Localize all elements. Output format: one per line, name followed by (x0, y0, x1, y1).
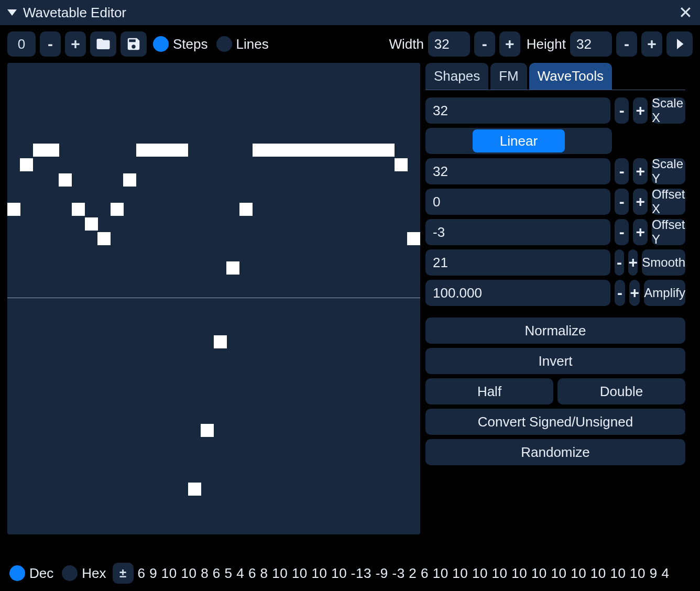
step-block (304, 144, 317, 157)
lines-radio[interactable]: Lines (214, 36, 271, 52)
step-block (368, 144, 381, 157)
scale-y-plus-button[interactable]: + (633, 158, 647, 184)
step-block (356, 144, 369, 157)
offset-y-action[interactable]: Offset Y (652, 219, 685, 245)
offset-x-input[interactable] (425, 189, 610, 215)
open-button[interactable] (90, 31, 116, 57)
step-block (407, 232, 420, 245)
width-input[interactable] (428, 31, 470, 57)
step-block (97, 232, 111, 245)
step-block (278, 144, 291, 157)
radio-dot-icon (62, 565, 78, 581)
amplify-input[interactable] (425, 280, 610, 306)
save-button[interactable] (121, 31, 147, 57)
step-block (201, 424, 214, 437)
height-plus-button[interactable]: + (641, 31, 662, 57)
interpolation-linear-segment: Linear (473, 129, 565, 152)
dec-radio-label: Dec (29, 565, 53, 582)
width-minus-button[interactable]: - (474, 31, 495, 57)
step-block (175, 144, 188, 157)
step-block (291, 144, 304, 157)
scale-x-action[interactable]: Scale X (652, 97, 685, 124)
step-block (72, 203, 85, 216)
offset-y-plus-button[interactable]: + (633, 219, 647, 245)
step-block (20, 158, 33, 171)
convert-signed-button[interactable]: Convert Signed/Unsigned (425, 409, 685, 435)
height-label: Height (527, 36, 566, 52)
normalize-button[interactable]: Normalize (425, 318, 685, 344)
offset-y-minus-button[interactable]: - (615, 219, 629, 245)
step-block (265, 144, 278, 157)
chevron-right-icon (672, 36, 687, 52)
step-block (330, 144, 343, 157)
hex-radio-label: Hex (82, 565, 106, 582)
step-block (317, 144, 330, 157)
scale-x-minus-button[interactable]: - (615, 97, 629, 124)
step-block (136, 144, 149, 157)
waveform-canvas[interactable] (7, 63, 420, 534)
values-strip[interactable]: 6 9 10 10 8 6 5 4 6 8 10 10 10 10 -13 -9… (138, 565, 670, 582)
step-block (226, 261, 239, 275)
hex-radio[interactable]: Hex (60, 565, 108, 582)
collapse-icon[interactable] (7, 9, 17, 16)
lines-radio-label: Lines (236, 36, 269, 52)
offset-x-plus-button[interactable]: + (633, 189, 647, 215)
step-block (149, 144, 162, 157)
half-button[interactable]: Half (425, 378, 553, 404)
scale-y-minus-button[interactable]: - (615, 158, 629, 184)
amplify-plus-button[interactable]: + (629, 280, 640, 306)
smooth-action[interactable]: Smooth (642, 249, 685, 276)
step-block (33, 144, 46, 157)
bottom-bar: Dec Hex ± 6 9 10 10 8 6 5 4 6 8 10 10 10… (0, 559, 700, 591)
scale-y-action[interactable]: Scale Y (652, 158, 685, 184)
invert-button[interactable]: Invert (425, 348, 685, 374)
height-minus-button[interactable]: - (616, 31, 637, 57)
amplify-minus-button[interactable]: - (615, 280, 625, 306)
step-block (343, 144, 356, 157)
tab-shapes[interactable]: Shapes (425, 63, 488, 90)
smooth-plus-button[interactable]: + (628, 249, 638, 276)
sign-toggle-button[interactable]: ± (113, 563, 134, 584)
interpolation-toggle[interactable]: Linear (425, 128, 612, 154)
step-block (7, 203, 20, 216)
save-icon (126, 36, 141, 52)
width-label: Width (389, 36, 423, 52)
step-block (214, 335, 227, 348)
double-button[interactable]: Double (557, 378, 685, 404)
scale-x-input[interactable] (425, 97, 610, 124)
height-input[interactable] (570, 31, 612, 57)
steps-radio[interactable]: Steps (151, 36, 210, 52)
step-block (395, 158, 408, 171)
step-block (188, 483, 201, 496)
close-icon[interactable]: ✕ (679, 4, 693, 21)
folder-open-icon (95, 36, 111, 52)
wave-index-field[interactable]: 0 (7, 31, 36, 57)
steps-radio-label: Steps (173, 36, 208, 52)
scale-x-plus-button[interactable]: + (633, 97, 647, 124)
scale-y-input[interactable] (425, 158, 610, 184)
step-block (162, 144, 175, 157)
dec-radio[interactable]: Dec (7, 565, 56, 582)
offset-x-minus-button[interactable]: - (615, 189, 629, 215)
top-toolbar: 0 - + Steps Lines Width - + Height - + (0, 25, 700, 63)
tab-fm[interactable]: FM (490, 63, 527, 90)
step-block (253, 144, 266, 157)
smooth-minus-button[interactable]: - (615, 249, 624, 276)
amplify-action[interactable]: Amplify (644, 280, 685, 306)
radio-dot-icon (216, 36, 232, 52)
offset-x-action[interactable]: Offset X (652, 189, 685, 215)
step-block (111, 203, 124, 216)
index-plus-button[interactable]: + (65, 31, 86, 57)
index-minus-button[interactable]: - (40, 31, 61, 57)
step-block (59, 173, 72, 187)
next-button[interactable] (666, 31, 693, 57)
tab-wavetools[interactable]: WaveTools (529, 63, 612, 90)
center-line (7, 298, 420, 298)
offset-y-input[interactable] (425, 219, 610, 245)
radio-dot-icon (153, 36, 169, 52)
smooth-input[interactable] (425, 249, 610, 276)
randomize-button[interactable]: Randomize (425, 439, 685, 465)
window-title: Wavetable Editor (23, 5, 126, 21)
width-plus-button[interactable]: + (499, 31, 520, 57)
step-block (381, 144, 395, 157)
